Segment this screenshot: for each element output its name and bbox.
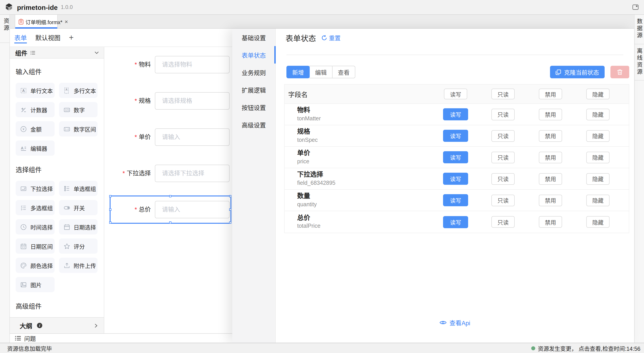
status-right-notice[interactable]: 资源发生变更， 点击查看,检查时间:14:56 bbox=[531, 344, 640, 352]
state-button-readonly[interactable]: 只读 bbox=[492, 173, 515, 184]
component-tile-select[interactable]: 下拉选择 bbox=[16, 181, 54, 196]
component-tile-palette[interactable]: 颜色选择 bbox=[16, 258, 54, 273]
chevron-right-icon[interactable] bbox=[94, 323, 98, 328]
components-panel-title: 组件 bbox=[15, 48, 27, 57]
field-input-4[interactable] bbox=[155, 165, 230, 182]
state-button-readwrite[interactable]: 读写 bbox=[443, 194, 468, 206]
view-tab-form[interactable]: 表单 bbox=[14, 29, 27, 46]
state-button-readwrite[interactable]: 读写 bbox=[443, 216, 468, 228]
state-button-readwrite[interactable]: 读写 bbox=[443, 173, 468, 185]
component-tile-num-123[interactable]: 123数字 bbox=[59, 102, 98, 117]
component-tile-editor[interactable]: A编辑器 bbox=[16, 140, 54, 156]
component-tile-image[interactable]: 图片 bbox=[16, 277, 54, 292]
component-tile-switch[interactable]: 开关 bbox=[59, 200, 98, 215]
component-tile-text-multi[interactable]: A多行文本 bbox=[59, 83, 98, 98]
field-input-5[interactable] bbox=[155, 201, 230, 218]
editor-tab-order-detail[interactable]: 订单明细.formx* × bbox=[15, 15, 58, 29]
component-tile-clock[interactable]: 时间选择 bbox=[16, 219, 54, 234]
table-row: 物料tonMatter读写只读禁用隐藏 bbox=[285, 104, 629, 125]
state-button-hidden[interactable]: 隐藏 bbox=[586, 173, 610, 184]
problems-section[interactable]: 问题 bbox=[10, 333, 232, 343]
field-input-1[interactable] bbox=[155, 56, 230, 73]
rail-divider bbox=[0, 42, 10, 43]
resize-handle[interactable] bbox=[109, 222, 112, 224]
settings-menu-item-business-rules[interactable]: 业务规则 bbox=[232, 64, 275, 81]
delete-state-button[interactable] bbox=[610, 66, 629, 78]
state-button-disabled[interactable]: 禁用 bbox=[539, 173, 562, 184]
state-button-hidden[interactable]: 隐藏 bbox=[586, 152, 610, 163]
app-name: primeton-ide bbox=[17, 3, 58, 11]
settings-menu-item-basic-settings[interactable]: 基础设置 bbox=[232, 29, 275, 46]
component-tile-radio-group[interactable]: 单选框组 bbox=[59, 181, 98, 196]
state-button-readonly[interactable]: 只读 bbox=[492, 216, 515, 228]
field-label: 数量 bbox=[297, 192, 432, 200]
state-button-disabled[interactable]: 禁用 bbox=[539, 108, 562, 120]
svg-text:A: A bbox=[22, 88, 25, 92]
page-title: 表单状态 bbox=[286, 32, 316, 44]
settings-menu: 基础设置表单状态业务规则扩展逻辑按钮设置高级设置 bbox=[232, 29, 276, 343]
resize-handle[interactable] bbox=[229, 195, 231, 197]
component-tile-checkbox-group[interactable]: 多选框组 bbox=[16, 200, 54, 215]
component-tile-range-1-3[interactable]: 1~3数字区间 bbox=[59, 121, 98, 136]
field-name-cell: 单价price bbox=[285, 150, 432, 165]
outline-section[interactable]: 大纲 i bbox=[10, 317, 104, 333]
component-tile-yen-circle[interactable]: ¥金额 bbox=[16, 121, 54, 136]
state-button-disabled[interactable]: 禁用 bbox=[539, 88, 562, 99]
state-button-hidden[interactable]: 隐藏 bbox=[586, 108, 610, 120]
resize-handle[interactable] bbox=[169, 195, 172, 197]
state-button-disabled[interactable]: 禁用 bbox=[539, 216, 562, 228]
state-button-hidden[interactable]: 隐藏 bbox=[586, 194, 610, 206]
chevron-down-icon[interactable] bbox=[94, 50, 99, 55]
component-tile-counter[interactable]: 计数器 bbox=[16, 102, 54, 117]
resize-handle[interactable] bbox=[169, 222, 172, 224]
component-tile-star[interactable]: 评分 bbox=[59, 238, 98, 254]
state-button-disabled[interactable]: 禁用 bbox=[539, 194, 562, 206]
settings-menu-item-extension-logic[interactable]: 扩展逻辑 bbox=[232, 81, 275, 98]
sidebar-item-resources[interactable]: 资源 bbox=[2, 18, 10, 32]
mode-tab-edit[interactable]: 编辑 bbox=[309, 66, 332, 78]
component-tile-calendar[interactable]: 日期选择 bbox=[59, 219, 98, 234]
settings-menu-item-advanced-settings[interactable]: 高级设置 bbox=[232, 116, 275, 133]
state-button-readwrite[interactable]: 读写 bbox=[443, 130, 468, 142]
close-icon[interactable]: × bbox=[65, 19, 68, 24]
mode-tab-add[interactable]: 新增 bbox=[286, 66, 310, 78]
settings-menu-item-form-state[interactable]: 表单状态 bbox=[232, 46, 275, 64]
sidebar-item-offline-resources[interactable]: 离线资源 bbox=[634, 44, 644, 80]
state-button-readwrite[interactable]: 读写 bbox=[444, 88, 467, 99]
mode-tab-view[interactable]: 查看 bbox=[332, 66, 355, 78]
settings-menu-item-button-settings[interactable]: 按钮设置 bbox=[232, 98, 275, 116]
app-logo-icon bbox=[4, 3, 14, 12]
state-button-readwrite[interactable]: 读写 bbox=[443, 108, 468, 120]
state-button-readonly[interactable]: 只读 bbox=[492, 108, 515, 120]
window-layout-icon[interactable] bbox=[632, 4, 639, 10]
reset-button[interactable]: 重置 bbox=[321, 34, 340, 42]
state-button-hidden[interactable]: 隐藏 bbox=[586, 88, 610, 99]
state-button-readonly[interactable]: 只读 bbox=[492, 88, 515, 99]
add-view-button[interactable]: + bbox=[69, 34, 74, 42]
state-button-readonly[interactable]: 只读 bbox=[492, 194, 515, 206]
clone-current-state-button[interactable]: 克隆当前状态 bbox=[550, 66, 604, 78]
state-button-readonly[interactable]: 只读 bbox=[492, 152, 515, 163]
resize-handle[interactable] bbox=[229, 222, 231, 224]
state-cell: 读写 bbox=[432, 88, 479, 99]
component-tile-label: 编辑器 bbox=[30, 144, 47, 152]
view-api-link[interactable]: 查看Api bbox=[276, 318, 634, 327]
state-button-hidden[interactable]: 隐藏 bbox=[586, 216, 610, 228]
state-button-disabled[interactable]: 禁用 bbox=[539, 152, 562, 163]
component-tile-calendar-range[interactable]: 日期区间 bbox=[16, 238, 54, 254]
state-cell: 只读 bbox=[479, 130, 527, 142]
state-button-readonly[interactable]: 只读 bbox=[492, 130, 515, 142]
resize-handle[interactable] bbox=[109, 195, 112, 197]
field-input-2[interactable] bbox=[155, 92, 230, 110]
component-tile-upload[interactable]: 附件上传 bbox=[59, 258, 98, 273]
component-tile-text-single[interactable]: A单行文本 bbox=[16, 83, 54, 98]
state-cell: 只读 bbox=[479, 173, 527, 184]
state-button-disabled[interactable]: 禁用 bbox=[539, 130, 562, 142]
view-tab-default-view[interactable]: 默认视图 bbox=[35, 29, 60, 46]
state-button-hidden[interactable]: 隐藏 bbox=[586, 130, 610, 142]
sidebar-item-datasource[interactable]: 数据源 bbox=[634, 15, 644, 44]
components-panel-header[interactable]: 组件 bbox=[10, 47, 104, 58]
field-input-3[interactable] bbox=[155, 128, 230, 146]
state-button-readwrite[interactable]: 读写 bbox=[443, 151, 468, 163]
table-body: 物料tonMatter读写只读禁用隐藏规格tonSpec读写只读禁用隐藏单价pr… bbox=[284, 104, 629, 233]
